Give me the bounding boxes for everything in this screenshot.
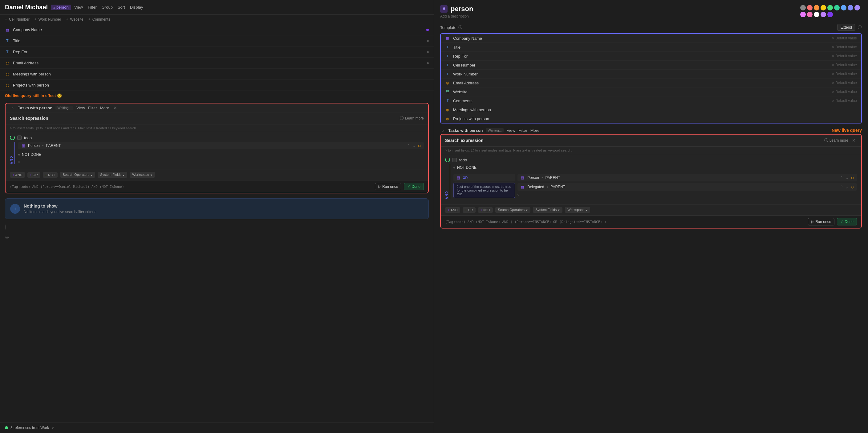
tf-label: Cell Number — [453, 63, 829, 67]
tf-comments[interactable]: T Comments Default value — [441, 96, 861, 105]
swatch-light-purple[interactable] — [820, 12, 826, 17]
tf-work-number[interactable]: T Work Number Default value — [441, 70, 861, 79]
swatch-rose[interactable] — [807, 12, 812, 17]
extend-button[interactable]: Extend — [837, 24, 856, 31]
bullet-dot — [18, 154, 20, 156]
field-rep-for[interactable]: T Rep For — [0, 47, 434, 58]
done-button[interactable]: ✓ Done — [404, 183, 424, 190]
search-hint: > to insert fields. @ to insert nodes an… — [5, 124, 428, 132]
grid-icon: ▦ — [21, 143, 26, 148]
system-fields-btn-new[interactable]: System Fields ∨ — [533, 207, 562, 213]
not-btn-new[interactable]: + NOT — [478, 207, 493, 213]
not-done-label: NOT DONE — [22, 152, 41, 157]
checkbox[interactable] — [17, 135, 22, 140]
smiley-icon: ☺ — [850, 176, 855, 180]
chevron-down-icon[interactable]: ⌄ — [845, 185, 848, 189]
tf-title[interactable]: T Title Default value — [441, 43, 861, 52]
nav-group[interactable]: Group — [102, 5, 113, 9]
empty-bullet — [518, 194, 519, 195]
and-btn[interactable]: + AND — [10, 172, 25, 178]
done-button-new[interactable]: ✓ Done — [837, 218, 857, 225]
tasks-view-new[interactable]: View — [507, 128, 515, 133]
add-work-number[interactable]: + Work Number — [34, 17, 61, 22]
add-icon[interactable]: ⊕ — [5, 235, 9, 240]
chevron-down-icon[interactable]: ⌄ — [845, 176, 848, 180]
tasks-nav-more[interactable]: More — [100, 105, 110, 110]
close-button-new[interactable]: ✕ — [851, 138, 857, 143]
tasks-nav-view[interactable]: View — [76, 105, 85, 110]
field-title[interactable]: T Title — [0, 35, 434, 47]
chevron-down-icon[interactable]: ⌄ — [412, 144, 415, 148]
and-block-new: AND NOT DONE ▦ OR — [445, 164, 857, 199]
swatch-blue[interactable] — [841, 5, 846, 10]
workspace-btn[interactable]: Workspace ∨ — [130, 172, 155, 178]
nav-filter[interactable]: Filter — [88, 5, 97, 9]
chevron-up-icon[interactable]: ⌃ — [407, 144, 410, 148]
field-meetings[interactable]: ◎ Meetings with person — [0, 69, 434, 80]
person-tag[interactable]: # person — [51, 5, 71, 10]
field-email[interactable]: ◎ Email Address — [0, 58, 434, 69]
field-company-name[interactable]: ▦ Company Name — [0, 24, 434, 35]
add-website[interactable]: + Website — [66, 17, 84, 22]
swatch-violet[interactable] — [855, 5, 860, 10]
tf-cell-number[interactable]: T Cell Number Default value — [441, 61, 861, 70]
workspace-btn-new[interactable]: Workspace ∨ — [565, 207, 590, 213]
tasks-filter-new[interactable]: Filter — [518, 128, 527, 133]
swatch-indigo[interactable] — [848, 5, 853, 10]
search-operators-btn[interactable]: Search Operators ∨ — [60, 172, 95, 178]
checkbox-new[interactable] — [453, 158, 457, 162]
check-icon: ✓ — [840, 220, 843, 224]
right-desc[interactable]: Add a description — [440, 14, 473, 19]
or-btn[interactable]: + OR — [27, 172, 40, 178]
expr-content-old: todo AND ▦ Person • PARENT ⌃ ⌄ ☺ — [5, 132, 428, 169]
chevron-up-icon[interactable]: ⌃ — [840, 176, 843, 180]
not-btn[interactable]: + NOT — [43, 172, 58, 178]
query-text: (Tag:todo) AND (Person==Daniel Michael) … — [10, 185, 124, 189]
run-once-button-new[interactable]: ▷ Run once — [808, 218, 834, 225]
swatch-pink[interactable] — [800, 12, 806, 17]
swatch-red[interactable] — [807, 5, 812, 10]
add-cell-number[interactable]: + Cell Number — [5, 17, 30, 22]
cond-field-delegated: Delegated — [527, 185, 544, 189]
template-actions: Extend ⓘ — [837, 24, 862, 31]
swatch-teal[interactable] — [834, 5, 840, 10]
tasks-more-new[interactable]: More — [530, 128, 540, 133]
nav-display[interactable]: Display — [130, 5, 143, 9]
tf-rep-for[interactable]: T Rep For Default value — [441, 52, 861, 61]
tf-projects[interactable]: ◎ Projects with person — [441, 114, 861, 123]
close-button[interactable]: ✕ — [112, 105, 118, 110]
text-icon: T — [445, 71, 450, 76]
swatch-white[interactable] — [814, 12, 819, 17]
tf-website[interactable]: ⛓ Website Default value — [441, 88, 861, 96]
tag-label: todo — [24, 135, 32, 140]
learn-more-link[interactable]: ⓘ Learn more — [400, 116, 424, 121]
field-projects[interactable]: ◎ Projects with person — [0, 80, 434, 91]
swatch-purple2[interactable] — [827, 12, 833, 17]
nav-view[interactable]: View — [74, 5, 83, 9]
tf-company-name[interactable]: ▦ Company Name Default value — [441, 34, 861, 43]
swatch-green[interactable] — [827, 5, 833, 10]
add-comments[interactable]: + Comments — [88, 17, 110, 22]
field-indicator — [427, 62, 429, 64]
old-query-notice: Old live query still in effect 🤨 — [0, 91, 434, 100]
check-icon: ✓ — [407, 184, 410, 189]
system-fields-btn[interactable]: System Fields ∨ — [98, 172, 127, 178]
header-actions-new: ⓘ Learn more ✕ — [824, 138, 857, 143]
add-item-bullet[interactable] — [5, 224, 5, 230]
chevron-up-icon[interactable]: ⌃ — [840, 185, 843, 189]
refs-footer[interactable]: 3 references from Work ∨ — [0, 422, 434, 433]
or-btn-new[interactable]: + OR — [463, 207, 475, 213]
tag-row: todo — [10, 135, 424, 140]
swatch-yellow[interactable] — [820, 5, 826, 10]
nav-sort[interactable]: Sort — [118, 5, 125, 9]
and-btn-new[interactable]: + AND — [445, 207, 460, 213]
swatch-orange[interactable] — [814, 5, 819, 10]
search-icon: ⌕ — [440, 128, 445, 133]
search-operators-btn-new[interactable]: Search Operators ∨ — [495, 207, 530, 213]
tf-email[interactable]: ◎ Email Address Default value — [441, 79, 861, 88]
run-once-button[interactable]: ▷ Run once — [375, 183, 401, 190]
tf-meetings[interactable]: ◎ Meetings with person — [441, 105, 861, 114]
tasks-nav-filter[interactable]: Filter — [88, 105, 97, 110]
learn-more-link-new[interactable]: ⓘ Learn more — [824, 138, 848, 143]
swatch-gray[interactable] — [800, 5, 806, 10]
